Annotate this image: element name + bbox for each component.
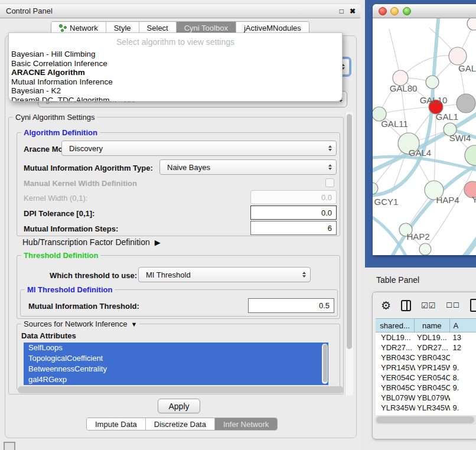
network-node[interactable] [449,47,467,65]
table-row[interactable]: YBR045CYBR045C9. [376,383,476,393]
aracne-mode-combo[interactable]: Discovery [61,141,337,156]
manual-kernel-checkbox[interactable] [325,178,334,187]
network-node[interactable] [373,182,378,194]
table-cell[interactable]: YDL19... [376,332,415,343]
apply-button[interactable]: Apply [158,399,200,413]
network-node[interactable] [419,243,431,255]
data-attributes-list[interactable]: SelfLoopsTopologicalCoefficientBetweenne… [24,343,328,385]
table-cell[interactable]: 12 [450,343,476,353]
table-cell[interactable]: YBL079W [376,393,415,403]
table-cell[interactable]: YER054C [415,373,450,383]
algorithm-option[interactable]: Dream8 DC_TDC Algorithm [9,96,342,102]
table-cell[interactable]: 9. [450,383,476,393]
mi-steps-value: 6 [328,224,332,233]
attribute-list-item[interactable]: TopologicalCoefficient [24,353,328,364]
settings-horizontal-scrollbar[interactable] [18,386,344,393]
tab-impute-data[interactable]: Impute Data [87,418,146,430]
column-header-shared-name[interactable]: shared... [376,319,415,332]
table-cell[interactable]: YBL079W [415,393,450,403]
select-all-checks-icon[interactable]: ☑☑ [421,301,436,310]
table-horizontal-scrollbar[interactable] [374,415,476,425]
network-node[interactable] [465,145,476,165]
collapsed-arrow-icon[interactable]: ▶ [155,238,161,247]
close-button-icon[interactable] [379,7,387,15]
columns-icon[interactable] [401,300,411,311]
close-icon[interactable]: ✖ [350,7,356,15]
table-cell[interactable]: 13 [450,332,476,343]
combo-spinner-icon [328,164,332,170]
mi-type-combo[interactable]: Naive Bayes [159,159,337,175]
list-scrollbar-thumb[interactable] [323,344,327,382]
network-view-window[interactable]: GALGAL80GAL10GAL1GAL11SWI4GAL4GCY1HAP4YH… [373,4,476,255]
table-row[interactable]: YLR345WYLR345W9. [376,403,476,413]
mi-steps-input[interactable]: 6 [250,221,337,235]
table-cell[interactable]: YBR043C [376,353,415,363]
table-cell[interactable]: 9. [450,363,476,373]
table-row[interactable]: YER054CYER054C8. [376,373,476,383]
table-cell[interactable]: YBR043C [415,353,450,363]
combo-spinner-icon [302,272,306,278]
table-cell[interactable]: YDR27... [376,343,415,353]
algorithm-option[interactable]: Mutual Information Inference [9,77,342,87]
minimize-button-icon[interactable] [390,7,399,15]
network-node[interactable] [467,18,476,30]
settings-vertical-scrollbar[interactable] [345,112,353,396]
table-row[interactable]: YBL079WYBL079W [376,393,476,403]
table-cell[interactable]: 9. [450,403,476,413]
table-cell[interactable]: YER054C [376,373,415,383]
table-cell[interactable] [450,353,476,363]
table-row[interactable]: YDL19...YDL19...13 [376,332,476,343]
table-cell[interactable]: YPR145W [376,363,415,373]
hub-definition-section[interactable]: Hub/Transcription Factor Definition▶ [22,237,161,247]
algorithm-option[interactable]: Bayesian - Hill Climbing [9,50,342,59]
tab-discretize-data[interactable]: Discretize Data [146,418,215,430]
float-window-icon[interactable]: □ [340,7,344,15]
column-header-name[interactable]: name [415,319,450,332]
attribute-list-item[interactable]: BetweennessCentrality [24,364,328,374]
attribute-list-item[interactable]: gal4RGexp [24,374,328,385]
network-canvas[interactable]: GALGAL80GAL10GAL1GAL11SWI4GAL4GCY1HAP4YH… [373,18,476,255]
algorithm-option[interactable]: Bayesian - K2 [9,86,342,96]
network-edge [379,107,436,114]
column-header-clipped[interactable]: A [450,319,476,332]
algorithm-option[interactable]: ARACNE Algorithm [9,68,342,77]
export-table-icon[interactable] [470,299,476,312]
table-scrollbar-thumb[interactable] [376,416,474,423]
list-scrollbar[interactable] [322,344,328,384]
tab-label: Style [114,24,131,32]
mi-threshold-input[interactable]: 0.5 [248,298,334,313]
table-toolbar: ⚙ ☑☑ ☐☐ [373,292,476,318]
deselect-all-boxes-icon[interactable]: ☐☐ [446,301,460,309]
dpi-tolerance-input[interactable]: 0.0 [250,206,337,220]
table-row[interactable]: YDR27...YDR27...12 [376,343,476,353]
zoom-button-icon[interactable] [403,7,411,15]
algorithm-option[interactable]: Basic Correlation Inference [9,59,342,69]
network-node-label: GCY1 [374,197,399,207]
minimized-panel-icon[interactable] [4,442,15,450]
table-row[interactable]: YPR145WYPR145W9. [376,363,476,373]
attribute-list-item[interactable]: SelfLoops [24,343,328,353]
settings-scrollbar-thumb[interactable] [347,114,352,349]
table-cell[interactable]: YLR345W [415,403,450,413]
which-threshold-combo[interactable]: MI Threshold [138,267,311,282]
network-node[interactable] [426,76,439,89]
table-cell[interactable]: YDL19... [415,332,450,343]
expanded-arrow-icon[interactable]: ▼ [131,321,138,328]
table-cell[interactable]: YLR345W [376,403,415,413]
gear-icon[interactable]: ⚙ [381,300,391,311]
mi-threshold-value: 0.5 [319,301,330,310]
table-cell[interactable]: YBR045C [376,383,415,393]
table-row[interactable]: YBR043CYBR043C [376,353,476,363]
table-cell[interactable]: 8. [450,373,476,383]
table-cell[interactable]: YBR045C [415,383,450,393]
table-cell[interactable]: YDR27... [415,343,450,353]
network-node[interactable] [457,94,475,113]
table-cell[interactable] [450,393,476,403]
tab-infer-network[interactable]: Infer Network [215,418,277,430]
tab-label: Impute Data [95,420,137,429]
control-panel-titlebar: Control Panel □ ✖ [0,4,361,18]
table-cell[interactable]: YPR145W [415,363,450,373]
kernel-width-input: 0.0 [250,190,337,204]
table-panel-window: ⚙ ☑☑ ☐☐ shared... name A YDL19...YDL19..… [372,292,476,439]
mi-type-label: Mutual Information Algorithm Type: [24,164,153,172]
